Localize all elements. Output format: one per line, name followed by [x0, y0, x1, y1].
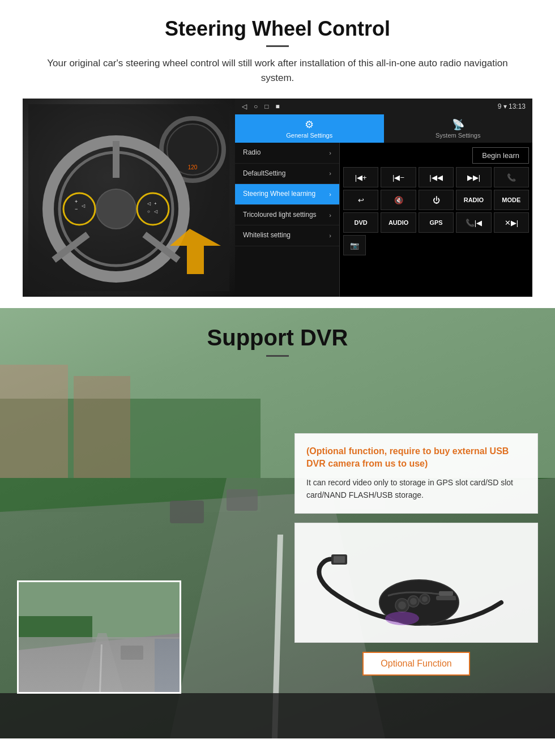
chevron-icon-steering: ›	[329, 191, 331, 198]
controls-row-3: DVD AUDIO GPS 📞|◀ ✕▶|	[343, 212, 529, 233]
title-divider	[266, 45, 289, 47]
dvr-title-divider	[266, 355, 289, 357]
svg-rect-50	[436, 596, 456, 600]
tab-general-label: General Settings	[286, 132, 332, 139]
svg-point-44	[398, 601, 406, 609]
svg-point-46	[410, 598, 417, 605]
controls-row-1: |◀+ |◀− |◀◀ ▶▶| 📞	[343, 167, 529, 187]
svg-text:◁: ◁	[82, 203, 86, 208]
menu-item-steering-wheel[interactable]: Steering Wheel learning ›	[235, 184, 339, 205]
recent-icon: □	[264, 102, 268, 110]
svg-text:◁: ◁	[154, 209, 158, 214]
steering-title: Steering Wheel Control	[23, 17, 532, 41]
dvr-optional-text: (Optional function, require to buy exter…	[306, 445, 526, 471]
ctrl-gps[interactable]: GPS	[419, 212, 454, 233]
menu-item-default[interactable]: DefaultSetting ›	[235, 164, 339, 185]
svg-point-9	[96, 189, 136, 229]
dvr-section: Support DVR	[0, 308, 555, 738]
svg-text:−: −	[75, 206, 78, 212]
ctrl-mute[interactable]: 🔇	[381, 190, 416, 210]
android-tabs: ⚙ General Settings 📡 System Settings	[235, 114, 532, 143]
ctrl-vol-up[interactable]: |◀+	[343, 167, 378, 187]
camera-svg-wrapper	[306, 535, 526, 631]
svg-text:◁: ◁	[147, 201, 151, 206]
ctrl-camera[interactable]: 📷	[343, 235, 366, 255]
android-menu: Radio › DefaultSetting › Steering Wheel …	[235, 143, 340, 297]
dvr-left	[17, 377, 283, 716]
steering-photo: 120 + − ◁	[23, 99, 235, 297]
tab-system-label: System Settings	[436, 132, 480, 139]
svg-rect-51	[439, 591, 453, 596]
svg-point-48	[422, 596, 428, 602]
svg-text:+: +	[75, 199, 78, 204]
svg-text:+: +	[154, 201, 157, 206]
dvr-desc-text: It can record video only to storage in G…	[306, 476, 526, 502]
dvr-btn-row: Optional Function	[294, 652, 538, 676]
ctrl-vol-down[interactable]: |◀−	[381, 167, 416, 187]
begin-learn-button[interactable]: Begin learn	[472, 147, 529, 164]
dvr-right: (Optional function, require to buy exter…	[294, 377, 538, 716]
ctrl-dvd[interactable]: DVD	[343, 212, 378, 233]
svg-text:120: 120	[188, 164, 198, 170]
dvr-camera-area	[294, 523, 538, 643]
ctrl-phone[interactable]: 📞	[494, 167, 529, 187]
menu-icon: ■	[276, 102, 280, 110]
menu-item-tricoloured[interactable]: Tricoloured light settings ›	[235, 205, 339, 226]
chevron-icon-tricoloured: ›	[329, 212, 331, 219]
tab-system-settings[interactable]: 📡 System Settings	[384, 114, 533, 143]
ctrl-phone-prev[interactable]: 📞|◀	[456, 212, 491, 233]
optional-function-button[interactable]: Optional Function	[362, 652, 469, 676]
home-icon: ○	[254, 102, 258, 110]
steering-section: Steering Wheel Control Your original car…	[0, 0, 555, 308]
menu-steering-label: Steering Wheel learning	[243, 190, 315, 199]
ctrl-prev[interactable]: |◀◀	[419, 167, 454, 187]
ctrl-audio[interactable]: AUDIO	[381, 212, 416, 233]
back-icon: ◁	[242, 102, 247, 110]
dvr-title-area: Support DVR	[0, 308, 555, 365]
svg-rect-41	[334, 556, 345, 563]
ctrl-next[interactable]: ▶▶|	[456, 167, 491, 187]
menu-whitelist-label: Whitelist setting	[243, 231, 291, 240]
dvr-info-box: (Optional function, require to buy exter…	[294, 433, 538, 514]
controls-row-4: 📷	[343, 235, 529, 255]
android-panel: ◁ ○ □ ■ 9 ▾ 13:13 ⚙ General Settings 📡 S…	[235, 99, 532, 297]
chevron-icon-radio: ›	[329, 150, 331, 156]
menu-default-label: DefaultSetting	[243, 169, 285, 178]
status-bar: ◁ ○ □ ■ 9 ▾ 13:13	[235, 99, 532, 114]
menu-item-whitelist[interactable]: Whitelist setting ›	[235, 225, 339, 246]
status-time: 9 ▾ 13:13	[498, 102, 526, 110]
ctrl-mode[interactable]: MODE	[494, 190, 529, 210]
controls-panel: Begin learn |◀+ |◀− |◀◀ ▶▶| 📞 ↩ 🔇 ⏻	[340, 143, 532, 297]
dvr-title: Support DVR	[0, 325, 555, 351]
svg-text:○: ○	[147, 209, 150, 214]
dvr-content: (Optional function, require to buy exter…	[0, 365, 555, 728]
system-icon: 📡	[452, 118, 464, 131]
settings-icon: ⚙	[305, 118, 314, 131]
controls-row-2: ↩ 🔇 ⏻ RADIO MODE	[343, 190, 529, 210]
thumbnail-road	[19, 637, 180, 692]
dvr-thumbnail	[17, 580, 181, 694]
android-body: Radio › DefaultSetting › Steering Wheel …	[235, 143, 532, 297]
chevron-icon-whitelist: ›	[329, 232, 331, 239]
tab-general-settings[interactable]: ⚙ General Settings	[235, 114, 384, 143]
steering-subtitle: Your original car's steering wheel contr…	[34, 56, 521, 85]
statusbar-nav-icons: ◁ ○ □ ■	[242, 102, 280, 110]
steering-content: 120 + − ◁	[23, 99, 532, 297]
ctrl-radio[interactable]: RADIO	[456, 190, 491, 210]
steering-bg: 120 + − ◁	[23, 99, 235, 297]
chevron-icon-default: ›	[329, 170, 331, 177]
ctrl-hangup[interactable]: ↩	[343, 190, 378, 210]
ctrl-power[interactable]: ⏻	[419, 190, 454, 210]
svg-point-49	[385, 612, 419, 625]
menu-radio-label: Radio	[243, 148, 261, 157]
menu-tricoloured-label: Tricoloured light settings	[243, 211, 317, 220]
controls-top: Begin learn	[343, 147, 529, 164]
ctrl-x-next[interactable]: ✕▶|	[494, 212, 529, 233]
menu-item-radio[interactable]: Radio ›	[235, 143, 339, 164]
